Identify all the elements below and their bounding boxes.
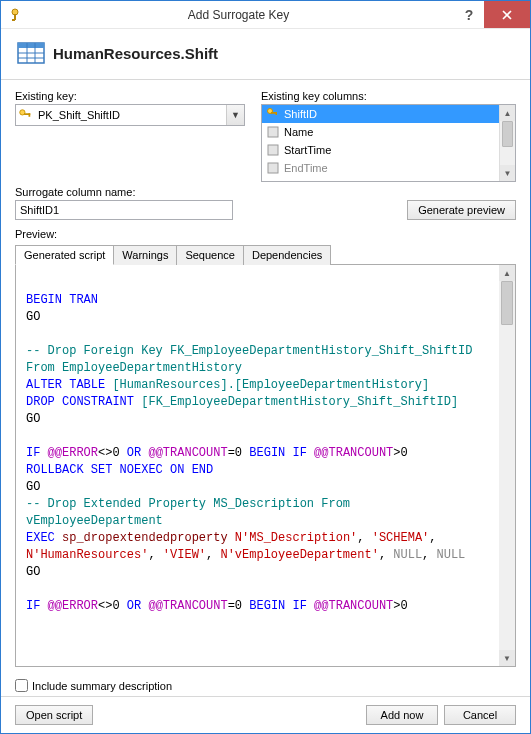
- help-button[interactable]: ?: [454, 1, 484, 28]
- generate-preview-button[interactable]: Generate preview: [407, 200, 516, 220]
- existing-key-combo[interactable]: PK_Shift_ShiftID ▼: [15, 104, 245, 126]
- cancel-button[interactable]: Cancel: [444, 705, 516, 725]
- window-title: Add Surrogate Key: [23, 8, 454, 22]
- open-script-button[interactable]: Open script: [15, 705, 93, 725]
- titlebar-buttons: ?: [454, 1, 530, 28]
- columns-listbox[interactable]: ShiftID Name StartTime EndTime: [261, 104, 516, 182]
- preview-label: Preview:: [15, 228, 516, 240]
- existing-columns-label: Existing key columns:: [261, 90, 516, 102]
- column-name: ShiftID: [284, 108, 317, 120]
- chevron-down-icon[interactable]: ▼: [226, 105, 244, 125]
- app-icon: [7, 7, 23, 23]
- preview-panel: BEGIN TRAN GO -- Drop Foreign Key FK_Emp…: [15, 265, 516, 667]
- column-item[interactable]: EndTime: [262, 159, 499, 177]
- existing-key-value: PK_Shift_ShiftID: [34, 109, 226, 121]
- tab-generated-script[interactable]: Generated script: [15, 245, 114, 265]
- scroll-down-icon[interactable]: ▼: [500, 165, 515, 181]
- key-icon: [16, 108, 34, 122]
- scroll-down-icon[interactable]: ▼: [499, 650, 515, 666]
- column-icon: [266, 125, 280, 139]
- listbox-scrollbar[interactable]: ▲ ▼: [499, 105, 515, 181]
- top-row: Existing key: PK_Shift_ShiftID ▼ Existin…: [15, 90, 516, 182]
- column-icon: [266, 143, 280, 157]
- svg-rect-11: [29, 113, 31, 117]
- include-summary-checkbox[interactable]: [15, 679, 28, 692]
- column-name: EndTime: [284, 162, 328, 174]
- surrogate-name-input[interactable]: [15, 200, 233, 220]
- preview-scrollbar[interactable]: ▲ ▼: [499, 265, 515, 666]
- entity-title: HumanResources.Shift: [53, 45, 218, 62]
- table-icon: [15, 37, 47, 69]
- column-name: Name: [284, 126, 313, 138]
- scroll-up-icon[interactable]: ▲: [500, 105, 515, 121]
- content-area: Existing key: PK_Shift_ShiftID ▼ Existin…: [1, 80, 530, 673]
- footer-options: Include summary description: [1, 673, 530, 696]
- surrogate-name-label: Surrogate column name:: [15, 186, 233, 198]
- svg-rect-4: [18, 43, 44, 48]
- scroll-thumb[interactable]: [501, 281, 513, 325]
- existing-key-label: Existing key:: [15, 90, 245, 102]
- scroll-thumb[interactable]: [502, 121, 513, 147]
- titlebar: Add Surrogate Key ?: [1, 1, 530, 29]
- add-now-button[interactable]: Add now: [366, 705, 438, 725]
- generated-script[interactable]: BEGIN TRAN GO -- Drop Foreign Key FK_Emp…: [16, 265, 499, 666]
- svg-rect-16: [268, 145, 278, 155]
- column-item[interactable]: ShiftID: [262, 105, 499, 123]
- include-summary-label: Include summary description: [32, 680, 172, 692]
- column-name: StartTime: [284, 144, 331, 156]
- svg-rect-14: [276, 112, 278, 115]
- svg-rect-2: [12, 19, 15, 21]
- svg-rect-15: [268, 127, 278, 137]
- footer-buttons: Open script Add now Cancel: [1, 696, 530, 733]
- svg-rect-17: [268, 163, 278, 173]
- preview-tabs: Generated script Warnings Sequence Depen…: [15, 244, 516, 265]
- column-item[interactable]: Name: [262, 123, 499, 141]
- close-button[interactable]: [484, 1, 530, 28]
- tab-dependencies[interactable]: Dependencies: [243, 245, 331, 265]
- column-item[interactable]: StartTime: [262, 141, 499, 159]
- scroll-up-icon[interactable]: ▲: [499, 265, 515, 281]
- column-icon: [266, 161, 280, 175]
- dialog-header: HumanResources.Shift: [1, 29, 530, 80]
- dialog-window: Add Surrogate Key ? HumanResources.Shift…: [0, 0, 531, 734]
- tab-warnings[interactable]: Warnings: [113, 245, 177, 265]
- key-icon: [266, 107, 280, 121]
- tab-sequence[interactable]: Sequence: [176, 245, 244, 265]
